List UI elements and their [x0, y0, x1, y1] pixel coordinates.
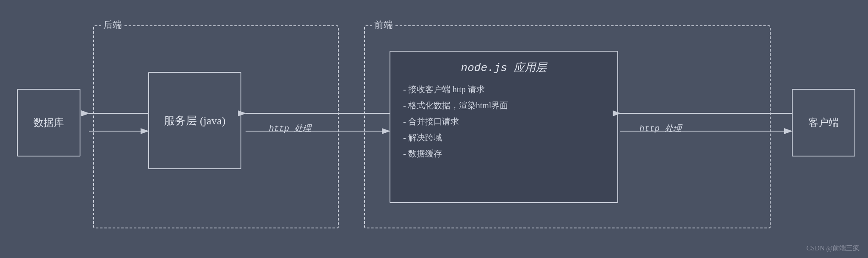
http-label-1: http 处理	[269, 123, 311, 134]
diagram-container: 后端 前端 数据库 服务层 (java) node.js 应用层 接收客户端 h…	[0, 0, 868, 258]
frontend-label: 前端	[372, 19, 395, 31]
client-label: 客户端	[808, 116, 839, 129]
nodejs-feature-item: 解决跨域	[403, 132, 508, 143]
database-label: 数据库	[33, 116, 64, 129]
http-label-2: http 处理	[639, 123, 682, 134]
nodejs-feature-item: 合并接口请求	[403, 115, 508, 127]
service-label: 服务层 (java)	[164, 113, 225, 128]
client-box: 客户端	[792, 89, 855, 156]
nodejs-feature-list: 接收客户端 http 请求格式化数据，渲染html界面合并接口请求解决跨域数据缓…	[403, 83, 508, 164]
watermark: CSDN @前端三疯	[807, 244, 860, 253]
nodejs-feature-item: 接收客户端 http 请求	[403, 83, 508, 95]
backend-label: 后端	[101, 19, 124, 31]
service-box: 服务层 (java)	[148, 72, 241, 169]
nodejs-box: node.js 应用层 接收客户端 http 请求格式化数据，渲染html界面合…	[390, 51, 618, 203]
nodejs-feature-item: 数据缓存	[403, 148, 508, 159]
database-box: 数据库	[17, 89, 80, 156]
nodejs-title: node.js 应用层	[403, 60, 605, 75]
nodejs-feature-item: 格式化数据，渲染html界面	[403, 99, 508, 111]
